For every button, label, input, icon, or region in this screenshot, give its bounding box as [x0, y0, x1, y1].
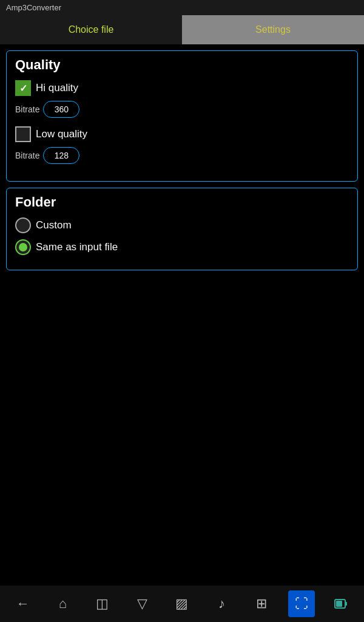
same-as-input-label: Same as input file — [36, 241, 118, 253]
quality-title: Quality — [15, 57, 349, 73]
tab-choice-file[interactable]: Choice file — [0, 15, 182, 44]
image-button[interactable]: ▨ — [169, 590, 195, 617]
battery-icon — [334, 597, 348, 610]
low-bitrate-input[interactable] — [43, 147, 79, 164]
same-as-input-radio-row: Same as input file — [15, 239, 349, 255]
recent-icon: ◫ — [96, 596, 109, 612]
custom-radio[interactable] — [15, 217, 31, 233]
quality-panel: Quality Hi quality Bitrate Low quality B… — [6, 50, 358, 182]
hi-quality-row: Hi quality — [15, 80, 349, 96]
hi-quality-checkbox[interactable] — [15, 80, 31, 96]
title-bar: Amp3Converter — [0, 0, 364, 15]
nav-bar: ← ⌂ ◫ ▽ ▨ ♪ ⊞ ⛶ — [0, 586, 364, 622]
image-icon: ▨ — [175, 596, 188, 612]
volume-button[interactable]: ♪ — [209, 590, 235, 617]
hi-bitrate-row: Bitrate — [15, 101, 349, 118]
home-icon: ⌂ — [59, 596, 67, 612]
home-button[interactable]: ⌂ — [49, 590, 76, 617]
tab-bar: Choice file Settings — [0, 15, 364, 44]
back-icon: ← — [16, 596, 30, 612]
folder-title: Folder — [15, 194, 349, 210]
main-content: Quality Hi quality Bitrate Low quality B… — [0, 44, 364, 586]
svg-rect-1 — [345, 602, 347, 606]
same-as-input-radio[interactable] — [15, 239, 31, 255]
hi-bitrate-label: Bitrate — [15, 104, 39, 114]
app-title: Amp3Converter — [6, 3, 61, 12]
custom-radio-row: Custom — [15, 217, 349, 233]
back-button[interactable]: ← — [10, 590, 36, 617]
low-quality-checkbox[interactable] — [15, 126, 31, 142]
custom-label: Custom — [36, 219, 72, 231]
low-quality-row: Low quality — [15, 126, 349, 142]
low-bitrate-label: Bitrate — [15, 151, 39, 160]
low-quality-label: Low quality — [36, 128, 87, 140]
fullscreen-button[interactable]: ⛶ — [288, 590, 315, 617]
folder-panel: Folder Custom Same as input file — [6, 188, 358, 270]
menu-icon: ▽ — [137, 596, 147, 612]
tab-settings[interactable]: Settings — [182, 15, 364, 44]
svg-rect-2 — [336, 601, 342, 607]
menu-button[interactable]: ▽ — [129, 590, 155, 617]
low-bitrate-row: Bitrate — [15, 147, 349, 164]
radio-inner-dot — [19, 243, 27, 251]
recent-button[interactable]: ◫ — [89, 590, 116, 617]
resize-button[interactable]: ⊞ — [248, 590, 275, 617]
hi-quality-label: Hi quality — [36, 82, 78, 94]
volume-icon: ♪ — [218, 596, 225, 612]
hi-bitrate-input[interactable] — [43, 101, 79, 118]
fullscreen-icon: ⛶ — [295, 596, 308, 612]
resize-icon: ⊞ — [256, 596, 267, 612]
battery-button[interactable] — [328, 590, 354, 617]
